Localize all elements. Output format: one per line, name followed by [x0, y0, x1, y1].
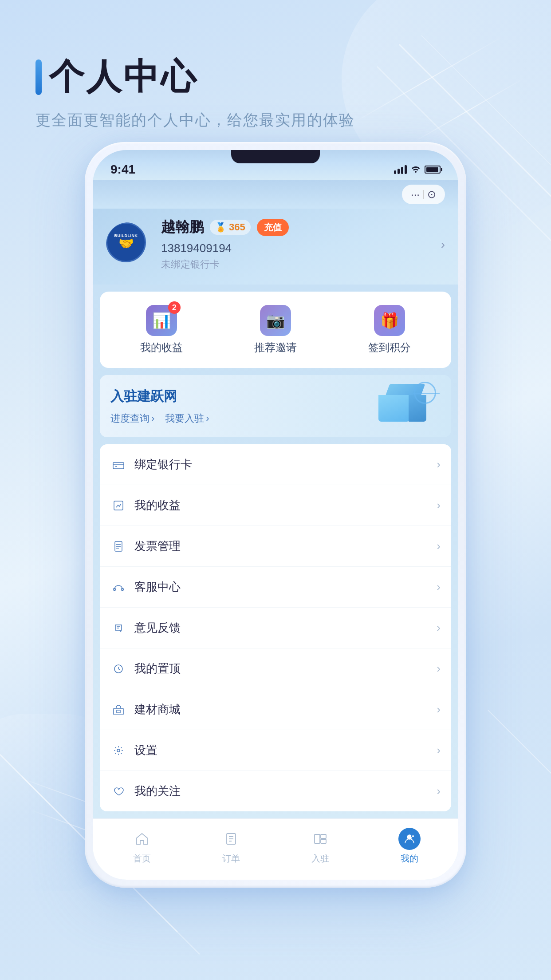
- bank-arrow: ›: [437, 458, 441, 471]
- menu-item-shop[interactable]: 建材商城 ›: [100, 689, 451, 730]
- nav-item-orders[interactable]: 订单: [213, 826, 249, 866]
- menu-item-customer-service[interactable]: 客服中心 ›: [100, 567, 451, 608]
- svg-rect-17: [321, 834, 326, 838]
- page-header: 个人中心 更全面更智能的个人中心，给您最实用的体验: [0, 0, 551, 148]
- customer-service-arrow: ›: [437, 580, 441, 594]
- profile-phone: 13819409194: [161, 241, 437, 255]
- bank-icon: [110, 460, 126, 469]
- banner[interactable]: 入驻建跃网 进度查询 › 我要入驻 ›: [100, 375, 451, 437]
- svg-rect-16: [315, 834, 320, 843]
- feedback-label: 意见反馈: [134, 620, 437, 636]
- menu-item-feedback[interactable]: 意见反馈 ›: [100, 608, 451, 648]
- points-icon: 🏅: [215, 222, 226, 233]
- profile-info: 越翰鹏 🏅 365 充值 13819409194 未绑定银行卡: [161, 217, 437, 271]
- svg-line-5: [488, 710, 551, 843]
- invoice-label: 发票管理: [134, 538, 437, 554]
- svg-point-14: [117, 749, 120, 752]
- menu-item-bank[interactable]: 绑定银行卡 ›: [100, 444, 451, 485]
- title-bar-decoration: [35, 59, 42, 95]
- earnings-menu-arrow: ›: [437, 498, 441, 512]
- menu-item-invoice[interactable]: 发票管理 ›: [100, 526, 451, 567]
- pinned-arrow: ›: [437, 662, 441, 676]
- progress-link-arrow: ›: [151, 413, 154, 424]
- banner-link-progress[interactable]: 进度查询 ›: [110, 412, 154, 425]
- points-badge: 🏅 365: [210, 220, 251, 235]
- earnings-icon: 📊: [152, 312, 171, 329]
- banner-link-join[interactable]: 我要入驻 ›: [165, 412, 209, 425]
- nav-item-join[interactable]: 入驻: [302, 826, 338, 866]
- svg-point-21: [412, 835, 414, 837]
- earnings-menu-label: 我的收益: [134, 498, 437, 513]
- profile-name: 越翰鹏: [161, 217, 204, 237]
- nav-item-home[interactable]: 首页: [124, 826, 160, 866]
- join-link-arrow: ›: [206, 413, 209, 424]
- 3d-box: [378, 384, 432, 424]
- quick-item-earnings[interactable]: 📊 2 我的收益: [131, 300, 192, 359]
- progress-link-text: 进度查询: [110, 412, 150, 425]
- feedback-icon: [110, 623, 126, 633]
- banner-links: 进度查询 › 我要入驻 ›: [110, 412, 209, 425]
- invoice-icon: [110, 541, 126, 552]
- status-time: 9:41: [110, 162, 135, 177]
- follow-label: 我的关注: [134, 783, 437, 799]
- svg-rect-12: [114, 708, 123, 715]
- customer-service-icon: [110, 582, 126, 592]
- invite-icon-wrap: 📷: [260, 305, 291, 336]
- battery-icon: [425, 166, 441, 174]
- customer-service-label: 客服中心: [134, 579, 437, 595]
- follow-arrow: ›: [437, 784, 441, 798]
- quick-item-checkin[interactable]: 🎁 签到积分: [359, 300, 420, 359]
- menu-item-earnings[interactable]: 我的收益 ›: [100, 485, 451, 526]
- top-action-bar: ··· ⊙: [93, 180, 458, 209]
- menu-item-settings[interactable]: 设置 ›: [100, 730, 451, 771]
- join-nav-icon: [309, 828, 331, 850]
- bottom-nav: 首页 订单: [93, 818, 458, 880]
- shop-icon: [110, 705, 126, 715]
- earnings-label: 我的收益: [140, 340, 183, 355]
- settings-icon: [110, 746, 126, 755]
- orders-nav-label: 订单: [222, 853, 240, 865]
- app-content: ··· ⊙ BUILDLINK 🤝 越翰鹏: [93, 180, 458, 880]
- checkin-icon: 🎁: [380, 312, 399, 329]
- earnings-menu-icon: [110, 501, 126, 510]
- invite-label: 推荐邀请: [254, 340, 297, 355]
- status-icons: [394, 164, 441, 175]
- pinned-icon: [110, 664, 126, 674]
- earnings-badge: 2: [168, 301, 181, 314]
- follow-icon: [110, 786, 126, 796]
- banner-title: 入驻建跃网: [110, 387, 209, 406]
- avatar[interactable]: BUILDLINK 🤝: [106, 222, 150, 267]
- options-button[interactable]: ··· ⊙: [402, 185, 445, 204]
- invoice-arrow: ›: [437, 539, 441, 553]
- settings-arrow: ›: [437, 743, 441, 757]
- profile-section: BUILDLINK 🤝 越翰鹏 🏅 365 充值: [93, 209, 458, 285]
- shop-arrow: ›: [437, 703, 441, 716]
- earnings-icon-wrap: 📊 2: [146, 305, 177, 336]
- bank-label: 绑定银行卡: [134, 457, 437, 472]
- home-nav-label: 首页: [133, 853, 151, 865]
- camera-icon: ⊙: [427, 188, 436, 201]
- profile-arrow-icon[interactable]: ›: [441, 237, 445, 252]
- pinned-label: 我的置顶: [134, 661, 437, 676]
- svg-rect-6: [113, 462, 124, 469]
- settings-label: 设置: [134, 743, 437, 758]
- join-nav-label: 入驻: [311, 853, 329, 865]
- menu-list: 绑定银行卡 › 我的收益 ›: [100, 444, 451, 811]
- quick-item-invite[interactable]: 📷 推荐邀请: [245, 300, 306, 359]
- page-subtitle: 更全面更智能的个人中心，给您最实用的体验: [35, 110, 516, 130]
- phone-notch: [231, 150, 320, 163]
- buildlink-logo: BUILDLINK 🤝: [106, 222, 146, 262]
- checkin-icon-wrap: 🎁: [374, 305, 405, 336]
- dots-icon: ···: [411, 188, 420, 201]
- menu-item-pinned[interactable]: 我的置顶 ›: [100, 648, 451, 689]
- mine-nav-label: 我的: [401, 853, 418, 865]
- recharge-button[interactable]: 充值: [257, 219, 289, 236]
- home-nav-icon: [131, 828, 153, 850]
- invite-icon: 📷: [266, 312, 285, 329]
- banner-3d-graphic: [378, 384, 441, 428]
- nav-item-mine[interactable]: 我的: [391, 826, 428, 866]
- banner-left: 入驻建跃网 进度查询 › 我要入驻 ›: [110, 387, 209, 425]
- menu-item-follow[interactable]: 我的关注 ›: [100, 771, 451, 811]
- points-number: 365: [229, 221, 245, 233]
- checkin-label: 签到积分: [368, 340, 411, 355]
